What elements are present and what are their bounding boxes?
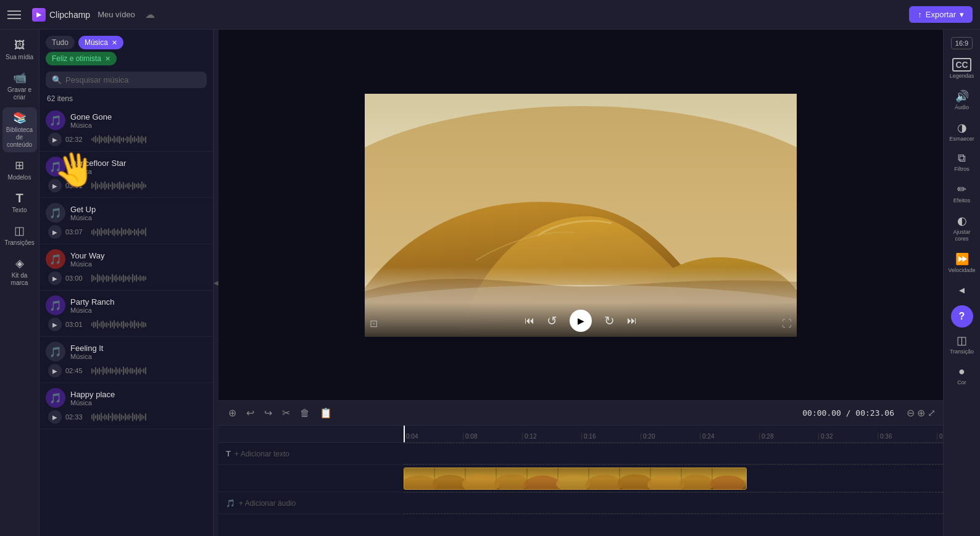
add-audio-button[interactable]: + Adicionar áudio <box>239 499 296 508</box>
list-item[interactable]: 🎵 Gone Gone Música ▶ 02:32 <box>39 105 213 152</box>
transitions-icon: ◫ <box>13 224 27 237</box>
sidebar-item-transitions[interactable]: ◫ Transições <box>2 220 37 250</box>
crop-button[interactable]: ⊡ <box>370 318 378 329</box>
filter-row: Tudo Música ✕ <box>39 30 213 52</box>
ruler-marks: 0:04 0:08 0:12 0:16 0:20 0:24 0:28 0:32 … <box>218 433 943 440</box>
content-icon: 📚 <box>13 111 27 125</box>
skip-back-button[interactable]: ⏮ <box>525 315 534 326</box>
track-type: Música <box>70 307 207 314</box>
forward-button[interactable]: ↻ <box>604 313 615 328</box>
track-play-button[interactable]: ▶ <box>48 410 62 424</box>
audio-tool[interactable]: 🔊 Áudio <box>946 86 978 115</box>
paste-button[interactable]: 📋 <box>317 405 334 421</box>
track-name: Get Up <box>70 205 207 214</box>
timeline-ruler: 0:04 0:08 0:12 0:16 0:20 0:24 0:28 0:32 … <box>218 426 943 443</box>
export-chevron-icon: ▾ <box>960 10 964 19</box>
filters-tool[interactable]: ⧉ Filtros <box>946 148 978 176</box>
filter-all[interactable]: Tudo <box>46 36 75 49</box>
sidebar-item-content[interactable]: 📚 Biblioteca de conteúdo <box>2 107 37 152</box>
skip-forward-button[interactable]: ⏭ <box>627 315 637 326</box>
sidebar-item-templates[interactable]: ⊞ Modelos <box>2 155 37 185</box>
brand-icon: ◈ <box>13 257 27 270</box>
track-play-button[interactable]: ▶ <box>48 271 62 285</box>
text-track-label: T + Adicionar texto <box>218 449 404 458</box>
track-name: Your Way <box>70 251 207 260</box>
track-avatar: 🎵 <box>46 249 65 269</box>
search-input[interactable] <box>65 75 201 85</box>
collapse-panel-button[interactable]: ◂ <box>946 279 978 300</box>
search-wrapper: 🔍 <box>46 72 207 88</box>
header: ▶ Clipchamp Meu vídeo ☁ ↑ Exportar ▾ <box>0 0 980 30</box>
export-button[interactable]: ↑ Exportar ▾ <box>909 6 973 23</box>
right-panel: 16:9 CC Legendas 🔊 Áudio ◑ Esmaecer ⧉ Fi… <box>943 30 980 536</box>
aspect-ratio-button[interactable]: 16:9 <box>951 37 973 49</box>
list-item[interactable]: 🎵 Get Up Música ▶ 03:07 <box>39 198 213 244</box>
effects-tool[interactable]: ✏ Efeitos <box>946 179 978 208</box>
fit-button[interactable]: ⤢ <box>928 407 936 419</box>
track-duration: 03:07 <box>65 228 88 236</box>
filter-music[interactable]: Música ✕ <box>78 36 123 49</box>
audio-track-content <box>404 492 943 514</box>
captions-tool[interactable]: CC Legendas <box>946 54 978 83</box>
track-play-button[interactable]: ▶ <box>48 225 62 239</box>
redo-button[interactable]: ↪ <box>262 405 275 421</box>
color-icon: ● <box>958 365 965 378</box>
track-waveform <box>91 226 207 238</box>
text-track-row: T + Adicionar texto <box>218 443 943 465</box>
center-area: ⏮ ↺ ▶ ↻ ⏭ ⊡ ⛶ ⊕ ↩ ↪ ✂ 🗑 📋 00: <box>218 30 943 536</box>
list-item[interactable]: 🎵 Your Way Música ▶ 03:00 <box>39 244 213 291</box>
app-logo: ▶ Clipchamp <box>32 8 90 22</box>
media-icon: 🖼 <box>13 38 27 52</box>
delete-button[interactable]: 🗑 <box>297 405 312 421</box>
fullscreen-button[interactable]: ⛶ <box>782 318 792 329</box>
filter-mood[interactable]: Feliz e otimista ✕ <box>46 52 117 65</box>
play-button[interactable]: ▶ <box>570 310 592 332</box>
project-title[interactable]: Meu vídeo <box>98 10 135 19</box>
track-play-button[interactable]: ▶ <box>48 364 62 377</box>
track-play-button[interactable]: ▶ <box>48 133 62 146</box>
sidebar-item-record[interactable]: 📹 Gravar e criar <box>2 67 37 105</box>
zoom-out-button[interactable]: ⊖ <box>907 407 915 419</box>
track-waveform <box>91 272 207 284</box>
color-adjust-tool[interactable]: ◐ Ajustar cores <box>946 210 978 246</box>
menu-button[interactable] <box>7 6 25 23</box>
track-waveform <box>91 411 207 423</box>
audio-track-icon: 🎵 <box>226 499 235 508</box>
rewind-button[interactable]: ↺ <box>547 313 557 328</box>
list-item[interactable]: 🎵 Dancefloor Star Música ▶ 03:01 <box>39 152 213 198</box>
sidebar-item-media[interactable]: 🖼 Sua mídia <box>2 35 37 65</box>
transition-tool[interactable]: ◫ Transição <box>946 330 978 359</box>
collapse-icon: ◂ <box>959 283 965 297</box>
color-tool[interactable]: ● Cor <box>946 361 978 390</box>
items-count: 62 itens <box>39 92 213 105</box>
track-duration: 02:45 <box>65 367 88 374</box>
list-item[interactable]: 🎵 Happy place Música ▶ 02:33 <box>39 383 213 429</box>
track-play-button[interactable]: ▶ <box>48 179 62 192</box>
speed-tool[interactable]: ⏩ Velocidade <box>946 249 978 278</box>
track-avatar: 🎵 <box>46 157 65 176</box>
track-waveform <box>91 133 207 146</box>
timeline: ⊕ ↩ ↪ ✂ 🗑 📋 00:00.00 / 00:23.06 ⊖ ⊕ ⤢ 0:… <box>218 400 943 536</box>
video-clip[interactable] <box>404 468 747 490</box>
track-waveform <box>91 318 207 331</box>
fade-tool[interactable]: ◑ Esmaecer <box>946 117 978 146</box>
magnet-button[interactable]: ⊕ <box>226 405 239 421</box>
text-track-icon: T <box>226 449 231 458</box>
cut-button[interactable]: ✂ <box>280 405 293 421</box>
playhead[interactable] <box>404 426 405 442</box>
zoom-in-button[interactable]: ⊕ <box>917 407 925 419</box>
panel-resize-handle[interactable] <box>214 30 218 536</box>
track-play-button[interactable]: ▶ <box>48 318 62 331</box>
list-item[interactable]: 🎵 Party Ranch Música ▶ 03:01 <box>39 291 213 337</box>
search-row: 🔍 <box>39 68 213 92</box>
filter-mood-close[interactable]: ✕ <box>105 55 110 63</box>
filter-music-close[interactable]: ✕ <box>112 39 117 47</box>
undo-button[interactable]: ↩ <box>244 405 257 421</box>
sidebar-item-brand[interactable]: ◈ Kit da marca <box>2 253 37 291</box>
add-text-button[interactable]: + Adicionar texto <box>235 450 289 458</box>
video-track-content <box>404 465 943 492</box>
list-item[interactable]: 🎵 Feeling It Música ▶ 02:45 <box>39 337 213 383</box>
track-type: Música <box>70 353 207 360</box>
sidebar-item-text[interactable]: T Texto <box>2 188 37 218</box>
help-button[interactable]: ? <box>951 305 973 328</box>
